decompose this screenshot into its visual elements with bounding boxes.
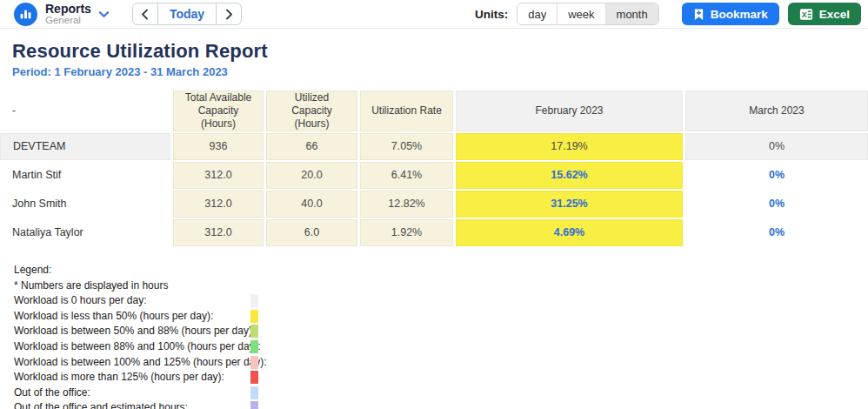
utilized-capacity-cell: 66 bbox=[266, 133, 357, 160]
march-value-link[interactable]: 0% bbox=[685, 191, 868, 218]
chevron-left-icon bbox=[141, 9, 149, 20]
table-row-martin-stif: Martin Stif 312.0 20.0 6.41% 15.62% 0% bbox=[0, 162, 868, 189]
legend-item-label: Workload is between 88% and 100% (hours … bbox=[14, 340, 261, 352]
top-bar: Reports General Today bbox=[0, 0, 868, 29]
legend-swatch-more-125 bbox=[250, 371, 258, 384]
february-value-cell: 17.19% bbox=[456, 133, 683, 160]
app-subtitle: General bbox=[45, 15, 91, 25]
column-header-total-capacity: Total Available Capacity (Hours) bbox=[173, 91, 264, 131]
excel-export-button[interactable]: X Excel bbox=[788, 3, 861, 25]
column-header-utilized-capacity: Utilized Capacity (Hours) bbox=[266, 91, 357, 131]
table-row-devteam: DEVTEAM 936 66 7.05% 17.19% 0% bbox=[0, 133, 868, 160]
prev-period-button[interactable] bbox=[133, 3, 157, 24]
date-nav-group: Today bbox=[132, 3, 242, 25]
svg-text:X: X bbox=[801, 10, 806, 18]
legend-swatch-50-88 bbox=[250, 325, 258, 338]
row-name-cell: John Smith bbox=[0, 191, 170, 218]
app-title: Reports bbox=[45, 3, 91, 16]
bookmark-button-label: Bookmark bbox=[711, 8, 768, 21]
units-option-day[interactable]: day bbox=[517, 3, 557, 24]
legend-item-label: Out of the office: bbox=[14, 386, 90, 399]
units-segmented-control: day week month bbox=[517, 3, 658, 25]
next-period-button[interactable] bbox=[217, 3, 241, 24]
utilization-rate-cell: 6.41% bbox=[360, 162, 453, 189]
utilization-table: - Total Available Capacity (Hours) Utili… bbox=[0, 91, 868, 246]
column-header-utilization-rate: Utilization Rate bbox=[360, 91, 453, 131]
utilization-rate-cell: 1.92% bbox=[360, 219, 453, 246]
legend-swatch-0-hours bbox=[250, 294, 258, 307]
column-header-february: February 2023 bbox=[456, 91, 683, 131]
chevron-down-icon bbox=[98, 10, 110, 18]
utilization-rate-cell: 12.82% bbox=[360, 191, 453, 218]
utilized-capacity-cell: 6.0 bbox=[266, 219, 357, 246]
app-title-block: Reports General bbox=[45, 3, 91, 26]
total-capacity-cell: 312.0 bbox=[173, 162, 264, 189]
utilized-capacity-cell: 40.0 bbox=[266, 191, 357, 218]
excel-button-label: Excel bbox=[819, 8, 850, 21]
legend-note: * Numbers are displayed in hours bbox=[14, 278, 362, 294]
resource-utilization-app: Reports General Today bbox=[0, 0, 868, 409]
table-header-row: - Total Available Capacity (Hours) Utili… bbox=[0, 91, 868, 131]
legend-item: Workload is between 50% and 88% (hours p… bbox=[14, 324, 362, 339]
march-value-cell: 0% bbox=[685, 133, 868, 160]
row-name-cell: Martin Stif bbox=[0, 162, 170, 189]
table-row-john-smith: John Smith 312.0 40.0 12.82% 31.25% 0% bbox=[0, 191, 868, 218]
march-value-link[interactable]: 0% bbox=[685, 162, 868, 189]
legend-swatch-out-of-office bbox=[250, 386, 258, 399]
units-option-month[interactable]: month bbox=[605, 3, 658, 24]
units-label: Units: bbox=[475, 8, 508, 21]
app-logo bbox=[14, 3, 37, 26]
legend-item-label: Out of the office and estimated hours: bbox=[14, 401, 188, 409]
february-value-link[interactable]: 31.25% bbox=[456, 191, 683, 218]
legend-item-label: Workload is 0 hours per day: bbox=[14, 294, 147, 306]
legend-item-label: Workload is between 50% and 88% (hours p… bbox=[14, 325, 255, 337]
bookmark-icon bbox=[693, 8, 704, 21]
legend-item-label: Workload is between 100% and 125% (hours… bbox=[14, 356, 267, 368]
legend-item: Out of the office and estimated hours: bbox=[14, 400, 362, 409]
utilization-rate-cell: 7.05% bbox=[360, 133, 453, 160]
units-option-week[interactable]: week bbox=[557, 3, 604, 24]
legend-item-label: Workload is more than 125% (hours per da… bbox=[14, 371, 224, 383]
total-capacity-cell: 312.0 bbox=[173, 219, 264, 246]
legend-swatch-less-50 bbox=[250, 310, 258, 323]
excel-icon: X bbox=[799, 8, 813, 21]
legend-title: Legend: bbox=[14, 263, 362, 278]
legend: Legend: * Numbers are displayed in hours… bbox=[0, 248, 868, 409]
row-name-cell: DEVTEAM bbox=[0, 133, 170, 160]
total-capacity-cell: 936 bbox=[173, 133, 264, 160]
legend-swatch-out-of-office-estimated bbox=[250, 401, 258, 409]
legend-item: Out of the office: bbox=[14, 386, 362, 401]
february-value-link[interactable]: 4.69% bbox=[456, 219, 683, 246]
table-row-nataliya-taylor: Nataliya Taylor 312.0 6.0 1.92% 4.69% 0% bbox=[0, 219, 868, 246]
legend-item-label: Workload is less than 50% (hours per day… bbox=[14, 310, 213, 322]
february-value-link[interactable]: 15.62% bbox=[456, 162, 683, 189]
total-capacity-cell: 312.0 bbox=[173, 191, 264, 218]
utilized-capacity-cell: 20.0 bbox=[266, 162, 357, 189]
today-button[interactable]: Today bbox=[157, 3, 217, 24]
legend-item: Workload is less than 50% (hours per day… bbox=[14, 309, 362, 325]
report-period: Period: 1 February 2023 - 31 March 2023 bbox=[12, 65, 868, 78]
bookmark-button[interactable]: Bookmark bbox=[682, 3, 779, 25]
legend-swatch-88-100 bbox=[250, 340, 258, 353]
legend-item: Workload is 0 hours per day: bbox=[14, 293, 362, 309]
legend-item: Workload is between 88% and 100% (hours … bbox=[14, 339, 362, 355]
bar-chart-icon bbox=[18, 7, 33, 22]
column-header-march: March 2023 bbox=[685, 91, 868, 131]
legend-item: Workload is between 100% and 125% (hours… bbox=[14, 355, 362, 371]
column-header-name: - bbox=[0, 91, 170, 131]
legend-swatch-100-125 bbox=[250, 356, 258, 369]
page-title: Resource Utilization Report bbox=[12, 40, 868, 63]
chevron-right-icon bbox=[225, 9, 233, 20]
legend-item: Workload is more than 125% (hours per da… bbox=[14, 370, 362, 386]
row-name-cell: Nataliya Taylor bbox=[0, 219, 170, 246]
report-picker-dropdown[interactable] bbox=[98, 10, 110, 18]
march-value-link[interactable]: 0% bbox=[685, 219, 868, 246]
